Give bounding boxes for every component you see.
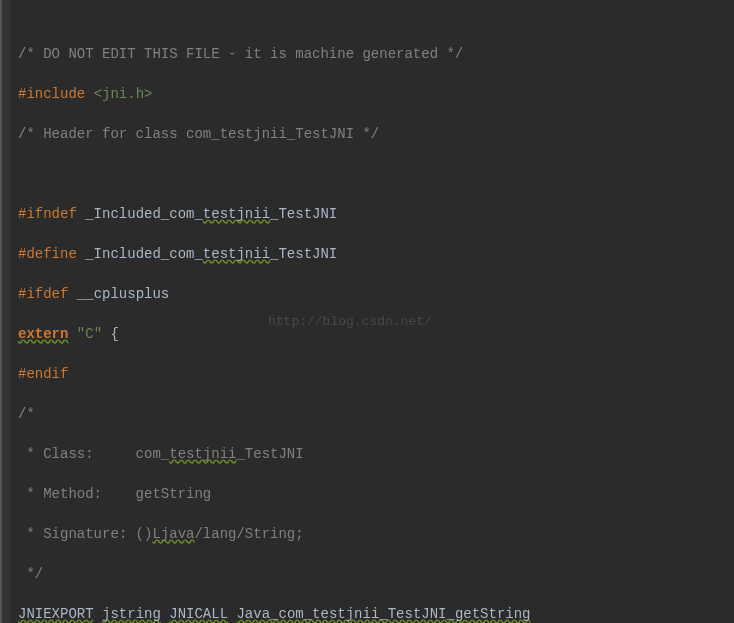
- code-text: #include: [18, 86, 85, 102]
- code-text: _TestJNI: [236, 446, 303, 462]
- code-text: * Method: getString: [18, 486, 211, 502]
- code-editor[interactable]: http://blog.csdn.net/ /* DO NOT EDIT THI…: [0, 0, 734, 623]
- code-text: _TestJNI: [270, 246, 337, 262]
- code-text: __cplusplus: [77, 286, 169, 302]
- code-text: #endif: [18, 366, 68, 382]
- code-text: JNICALL: [169, 606, 228, 622]
- code-text: _Included_com_: [85, 246, 203, 262]
- code-text: /* Header for class com_testjnii_TestJNI…: [18, 126, 379, 142]
- code-text: <jni.h>: [94, 86, 153, 102]
- code-text: /* DO NOT EDIT THIS FILE - it is machine…: [18, 46, 463, 62]
- code-text: extern: [18, 326, 68, 342]
- code-text: {: [102, 326, 119, 342]
- code-text: testjnii: [203, 206, 270, 222]
- code-text: _TestJNI: [270, 206, 337, 222]
- code-text: Ljava: [152, 526, 194, 542]
- code-text: * Class: com_: [18, 446, 169, 462]
- code-text: #ifndef: [18, 206, 77, 222]
- code-text: "C": [77, 326, 102, 342]
- code-text: _Included_com_: [85, 206, 203, 222]
- code-text: testjnii: [203, 246, 270, 262]
- gutter: [2, 0, 10, 623]
- code-text: * Signature: (): [18, 526, 152, 542]
- code-text: #ifdef: [18, 286, 68, 302]
- code-text: /lang/String;: [194, 526, 303, 542]
- code-area[interactable]: http://blog.csdn.net/ /* DO NOT EDIT THI…: [10, 0, 734, 623]
- code-text: Java_com_testjnii_TestJNI_getString: [236, 606, 530, 622]
- code-text: #define: [18, 246, 77, 262]
- code-text: */: [18, 566, 43, 582]
- code-text: jstring: [102, 606, 161, 622]
- code-text: JNIEXPORT: [18, 606, 94, 622]
- code-text: testjnii: [169, 446, 236, 462]
- code-text: /*: [18, 406, 35, 422]
